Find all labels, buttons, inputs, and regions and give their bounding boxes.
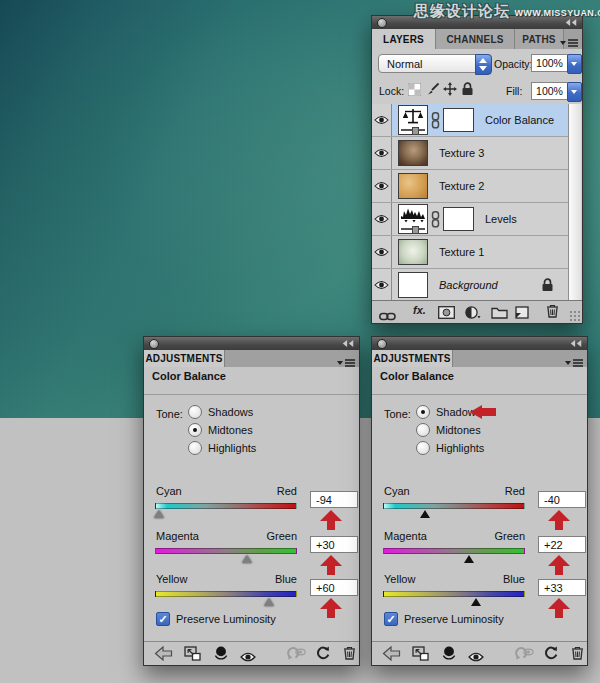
preserve-luminosity-checkbox[interactable]: ✓ — [384, 612, 398, 626]
layer-mask-thumbnail[interactable] — [443, 108, 474, 132]
layer-style-button[interactable]: fx. — [413, 304, 426, 316]
new-adjustment-layer-button[interactable] — [465, 305, 481, 323]
cyan-red-value-field[interactable]: -94 — [310, 491, 358, 508]
fill-field[interactable]: 100% — [531, 82, 568, 100]
expanded-view-button[interactable] — [412, 646, 429, 665]
cyan-red-slider-track[interactable] — [383, 503, 525, 509]
new-group-button[interactable] — [491, 305, 508, 323]
layer-visibility-toggle[interactable] — [372, 236, 392, 268]
cyan-red-slider-handle[interactable] — [154, 510, 164, 518]
reset-button[interactable] — [544, 646, 558, 664]
fill-dropdown-button[interactable] — [567, 82, 582, 102]
yellow-blue-value-field[interactable]: +33 — [538, 579, 586, 596]
blend-mode-select[interactable]: Normal — [378, 54, 492, 73]
blend-mode-stepper[interactable] — [475, 54, 492, 75]
back-arrow-button[interactable] — [154, 646, 173, 665]
cyan-red-slider-track[interactable] — [155, 503, 297, 509]
yellow-blue-value-field[interactable]: +60 — [310, 579, 358, 596]
layer-thumbnail[interactable] — [398, 173, 428, 199]
tone-option-shadows[interactable]: Shadows — [188, 405, 253, 419]
magenta-green-slider-track[interactable] — [155, 548, 297, 554]
layer-list-scrollbar[interactable] — [568, 104, 581, 301]
layer-thumbnail[interactable] — [398, 239, 428, 265]
lock-position-move-icon[interactable] — [443, 82, 456, 95]
panel-menu-icon[interactable] — [560, 34, 578, 44]
layer-visibility-toggle[interactable] — [372, 137, 392, 169]
yellow-blue-slider-handle[interactable] — [264, 598, 274, 606]
layer-thumbnail[interactable] — [398, 272, 428, 298]
radio-midtones[interactable] — [188, 423, 202, 437]
close-button[interactable] — [377, 18, 387, 28]
adjustment-layer-thumbnail[interactable] — [398, 204, 428, 234]
cyan-red-value-field[interactable]: -40 — [538, 491, 586, 508]
tab-layers[interactable]: LAYERS — [372, 29, 436, 49]
magenta-green-slider-handle[interactable] — [464, 555, 474, 563]
radio-shadows[interactable] — [188, 405, 202, 419]
mask-link-icon[interactable] — [431, 211, 440, 228]
layer-visibility-toggle[interactable] — [372, 170, 392, 202]
lock-transparency-icon[interactable] — [408, 82, 421, 95]
layer-row-levels[interactable]: Levels — [372, 203, 569, 236]
link-layers-button[interactable] — [379, 307, 396, 325]
delete-adjustment-button[interactable] — [343, 646, 356, 664]
magenta-green-value-field[interactable]: +30 — [310, 536, 358, 553]
tone-option-midtones[interactable]: Midtones — [416, 423, 481, 437]
radio-shadows[interactable] — [416, 405, 430, 419]
yellow-blue-slider-track[interactable] — [155, 591, 297, 597]
tone-option-highlights[interactable]: Highlights — [188, 441, 256, 455]
radio-highlights[interactable] — [188, 441, 202, 455]
adjustment-layer-thumbnail[interactable] — [398, 105, 428, 135]
layer-name[interactable]: Levels — [485, 213, 517, 225]
tab-paths[interactable]: PATHS — [515, 29, 564, 49]
close-button[interactable] — [149, 339, 159, 349]
cyan-red-slider-handle[interactable] — [420, 510, 430, 518]
layer-row-color-balance[interactable]: Color Balance — [372, 104, 569, 137]
panel-resize-grip[interactable] — [569, 310, 580, 321]
layer-name[interactable]: Texture 1 — [439, 246, 484, 258]
tone-option-highlights[interactable]: Highlights — [416, 441, 484, 455]
opacity-dropdown-button[interactable] — [567, 54, 582, 74]
lock-pixels-brush-icon[interactable] — [426, 82, 439, 95]
tab-adjustments[interactable]: ADJUSTMENTS — [144, 350, 225, 367]
layer-name[interactable]: Texture 3 — [439, 147, 484, 159]
magenta-green-slider-handle[interactable] — [242, 555, 252, 563]
layer-name[interactable]: Texture 2 — [439, 180, 484, 192]
collapse-panel-icon[interactable] — [569, 339, 583, 348]
new-layer-button[interactable] — [515, 305, 529, 323]
layer-row-texture-1[interactable]: Texture 1 — [372, 236, 569, 269]
layer-mask-thumbnail[interactable] — [443, 207, 474, 231]
radio-midtones[interactable] — [416, 423, 430, 437]
layer-thumbnail[interactable] — [398, 140, 428, 166]
layer-name[interactable]: Color Balance — [485, 114, 554, 126]
layer-row-texture-2[interactable]: Texture 2 — [372, 170, 569, 203]
view-previous-state-button[interactable] — [514, 646, 534, 664]
add-layer-mask-button[interactable] — [438, 305, 455, 323]
panel-menu-icon[interactable] — [565, 354, 583, 364]
opacity-field[interactable]: 100% — [531, 54, 568, 72]
delete-adjustment-button[interactable] — [571, 646, 584, 664]
toggle-visibility-button[interactable] — [468, 648, 484, 666]
tab-channels[interactable]: CHANNELS — [436, 29, 515, 49]
tab-adjustments[interactable]: ADJUSTMENTS — [372, 350, 453, 367]
layer-name[interactable]: Background — [439, 279, 498, 291]
mask-link-icon[interactable] — [431, 112, 440, 129]
delete-layer-button[interactable] — [546, 304, 559, 322]
magenta-green-slider-track[interactable] — [383, 548, 525, 554]
toggle-visibility-button[interactable] — [240, 648, 256, 666]
back-arrow-button[interactable] — [382, 646, 401, 665]
view-previous-state-button[interactable] — [286, 646, 306, 664]
clip-to-layer-button[interactable] — [213, 646, 229, 664]
clip-to-layer-button[interactable] — [441, 646, 457, 664]
preserve-luminosity-option[interactable]: ✓ Preserve Luminosity — [156, 612, 276, 626]
layer-visibility-toggle[interactable] — [372, 203, 392, 235]
layer-row-texture-3[interactable]: Texture 3 — [372, 137, 569, 170]
magenta-green-value-field[interactable]: +22 — [538, 536, 586, 553]
tone-option-midtones[interactable]: Midtones — [188, 423, 253, 437]
yellow-blue-slider-track[interactable] — [383, 591, 525, 597]
preserve-luminosity-option[interactable]: ✓ Preserve Luminosity — [384, 612, 504, 626]
preserve-luminosity-checkbox[interactable]: ✓ — [156, 612, 170, 626]
yellow-blue-slider-handle[interactable] — [471, 598, 481, 606]
adjustments-titlebar[interactable] — [144, 337, 359, 351]
layer-row-background[interactable]: Background — [372, 269, 569, 301]
collapse-panel-icon[interactable] — [341, 339, 355, 348]
